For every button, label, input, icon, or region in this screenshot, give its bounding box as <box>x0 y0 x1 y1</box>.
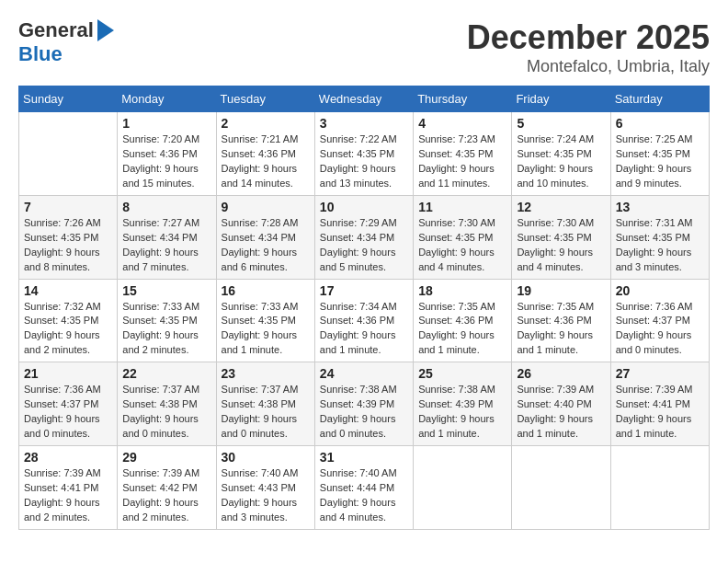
calendar-cell: 28Sunrise: 7:39 AM Sunset: 4:41 PM Dayli… <box>19 446 118 530</box>
calendar-cell: 4Sunrise: 7:23 AM Sunset: 4:35 PM Daylig… <box>414 112 512 196</box>
calendar-cell: 25Sunrise: 7:38 AM Sunset: 4:39 PM Dayli… <box>414 362 512 446</box>
day-number: 2 <box>222 116 310 131</box>
day-number: 17 <box>320 283 408 298</box>
calendar-week-row: 28Sunrise: 7:39 AM Sunset: 4:41 PM Dayli… <box>19 446 710 530</box>
day-number: 21 <box>24 366 112 381</box>
day-info: Sunrise: 7:31 AM Sunset: 4:35 PM Dayligh… <box>616 216 704 275</box>
day-info: Sunrise: 7:27 AM Sunset: 4:34 PM Dayligh… <box>122 216 210 275</box>
day-number: 8 <box>122 200 210 214</box>
day-info: Sunrise: 7:26 AM Sunset: 4:35 PM Dayligh… <box>24 216 112 275</box>
day-header-monday: Monday <box>118 86 216 112</box>
day-info: Sunrise: 7:20 AM Sunset: 4:36 PM Dayligh… <box>122 132 210 191</box>
calendar-cell: 20Sunrise: 7:36 AM Sunset: 4:37 PM Dayli… <box>610 279 709 362</box>
day-info: Sunrise: 7:37 AM Sunset: 4:38 PM Dayligh… <box>222 383 310 442</box>
calendar-cell: 26Sunrise: 7:39 AM Sunset: 4:40 PM Dayli… <box>512 362 610 446</box>
day-info: Sunrise: 7:39 AM Sunset: 4:41 PM Dayligh… <box>24 466 112 525</box>
day-info: Sunrise: 7:35 AM Sunset: 4:36 PM Dayligh… <box>418 300 506 359</box>
day-info: Sunrise: 7:36 AM Sunset: 4:37 PM Dayligh… <box>24 383 112 442</box>
day-number: 12 <box>517 200 605 214</box>
calendar-cell: 19Sunrise: 7:35 AM Sunset: 4:36 PM Dayli… <box>512 279 610 362</box>
day-info: Sunrise: 7:38 AM Sunset: 4:39 PM Dayligh… <box>418 383 506 442</box>
day-number: 13 <box>616 200 704 214</box>
day-number: 7 <box>24 200 112 214</box>
calendar-cell: 16Sunrise: 7:33 AM Sunset: 4:35 PM Dayli… <box>216 279 314 362</box>
day-info: Sunrise: 7:33 AM Sunset: 4:35 PM Dayligh… <box>222 300 310 359</box>
day-info: Sunrise: 7:29 AM Sunset: 4:34 PM Dayligh… <box>320 216 408 275</box>
day-number: 19 <box>517 283 605 298</box>
day-number: 23 <box>222 366 310 381</box>
day-info: Sunrise: 7:34 AM Sunset: 4:36 PM Dayligh… <box>320 300 408 359</box>
calendar-cell: 21Sunrise: 7:36 AM Sunset: 4:37 PM Dayli… <box>19 362 118 446</box>
day-header-tuesday: Tuesday <box>216 86 314 112</box>
day-header-wednesday: Wednesday <box>314 86 413 112</box>
calendar-cell: 9Sunrise: 7:28 AM Sunset: 4:34 PM Daylig… <box>216 195 314 279</box>
calendar-table: SundayMondayTuesdayWednesdayThursdayFrid… <box>18 86 710 530</box>
logo: General Blue <box>18 18 114 66</box>
day-number: 27 <box>616 366 704 381</box>
day-number: 5 <box>517 116 605 131</box>
calendar-cell <box>610 446 709 530</box>
day-info: Sunrise: 7:37 AM Sunset: 4:38 PM Dayligh… <box>122 383 210 442</box>
calendar-cell: 27Sunrise: 7:39 AM Sunset: 4:41 PM Dayli… <box>610 362 709 446</box>
calendar-cell: 24Sunrise: 7:38 AM Sunset: 4:39 PM Dayli… <box>314 362 413 446</box>
title-area: December 2025 Montefalco, Umbria, Italy <box>467 18 710 76</box>
day-info: Sunrise: 7:25 AM Sunset: 4:35 PM Dayligh… <box>616 132 704 191</box>
day-number: 14 <box>24 283 112 298</box>
day-number: 11 <box>418 200 506 214</box>
day-info: Sunrise: 7:33 AM Sunset: 4:35 PM Dayligh… <box>122 300 210 359</box>
calendar-cell: 15Sunrise: 7:33 AM Sunset: 4:35 PM Dayli… <box>118 279 216 362</box>
day-info: Sunrise: 7:35 AM Sunset: 4:36 PM Dayligh… <box>517 300 605 359</box>
day-info: Sunrise: 7:39 AM Sunset: 4:42 PM Dayligh… <box>122 466 210 525</box>
day-info: Sunrise: 7:39 AM Sunset: 4:41 PM Dayligh… <box>616 383 704 442</box>
day-number: 28 <box>24 450 112 465</box>
day-number: 30 <box>222 450 310 465</box>
day-info: Sunrise: 7:24 AM Sunset: 4:35 PM Dayligh… <box>517 132 605 191</box>
day-number: 20 <box>616 283 704 298</box>
day-number: 15 <box>122 283 210 298</box>
day-header-thursday: Thursday <box>414 86 512 112</box>
calendar-cell: 5Sunrise: 7:24 AM Sunset: 4:35 PM Daylig… <box>512 112 610 196</box>
day-header-sunday: Sunday <box>19 86 118 112</box>
day-info: Sunrise: 7:21 AM Sunset: 4:36 PM Dayligh… <box>222 132 310 191</box>
calendar-cell: 1Sunrise: 7:20 AM Sunset: 4:36 PM Daylig… <box>118 112 216 196</box>
calendar-cell: 23Sunrise: 7:37 AM Sunset: 4:38 PM Dayli… <box>216 362 314 446</box>
day-info: Sunrise: 7:23 AM Sunset: 4:35 PM Dayligh… <box>418 132 506 191</box>
day-number: 10 <box>320 200 408 214</box>
day-number: 24 <box>320 366 408 381</box>
day-info: Sunrise: 7:32 AM Sunset: 4:35 PM Dayligh… <box>24 300 112 359</box>
day-number: 29 <box>122 450 210 465</box>
day-info: Sunrise: 7:36 AM Sunset: 4:37 PM Dayligh… <box>616 300 704 359</box>
calendar-cell: 18Sunrise: 7:35 AM Sunset: 4:36 PM Dayli… <box>414 279 512 362</box>
day-info: Sunrise: 7:30 AM Sunset: 4:35 PM Dayligh… <box>418 216 506 275</box>
day-number: 4 <box>418 116 506 131</box>
calendar-cell: 6Sunrise: 7:25 AM Sunset: 4:35 PM Daylig… <box>610 112 709 196</box>
calendar-cell: 30Sunrise: 7:40 AM Sunset: 4:43 PM Dayli… <box>216 446 314 530</box>
day-number: 26 <box>517 366 605 381</box>
calendar-header-row: SundayMondayTuesdayWednesdayThursdayFrid… <box>19 86 710 112</box>
day-number: 16 <box>222 283 310 298</box>
calendar-cell: 10Sunrise: 7:29 AM Sunset: 4:34 PM Dayli… <box>314 195 413 279</box>
day-info: Sunrise: 7:39 AM Sunset: 4:40 PM Dayligh… <box>517 383 605 442</box>
logo-arrow-icon <box>97 19 114 41</box>
calendar-cell: 7Sunrise: 7:26 AM Sunset: 4:35 PM Daylig… <box>19 195 118 279</box>
calendar-cell: 8Sunrise: 7:27 AM Sunset: 4:34 PM Daylig… <box>118 195 216 279</box>
calendar-cell: 31Sunrise: 7:40 AM Sunset: 4:44 PM Dayli… <box>314 446 413 530</box>
calendar-cell: 13Sunrise: 7:31 AM Sunset: 4:35 PM Dayli… <box>610 195 709 279</box>
day-number: 18 <box>418 283 506 298</box>
day-info: Sunrise: 7:40 AM Sunset: 4:44 PM Dayligh… <box>320 466 408 525</box>
day-number: 22 <box>122 366 210 381</box>
calendar-cell: 14Sunrise: 7:32 AM Sunset: 4:35 PM Dayli… <box>19 279 118 362</box>
calendar-cell: 2Sunrise: 7:21 AM Sunset: 4:36 PM Daylig… <box>216 112 314 196</box>
calendar-cell <box>414 446 512 530</box>
calendar-cell: 12Sunrise: 7:30 AM Sunset: 4:35 PM Dayli… <box>512 195 610 279</box>
day-info: Sunrise: 7:40 AM Sunset: 4:43 PM Dayligh… <box>222 466 310 525</box>
day-number: 3 <box>320 116 408 131</box>
day-number: 31 <box>320 450 408 465</box>
day-number: 25 <box>418 366 506 381</box>
day-info: Sunrise: 7:22 AM Sunset: 4:35 PM Dayligh… <box>320 132 408 191</box>
calendar-cell: 22Sunrise: 7:37 AM Sunset: 4:38 PM Dayli… <box>118 362 216 446</box>
day-info: Sunrise: 7:38 AM Sunset: 4:39 PM Dayligh… <box>320 383 408 442</box>
logo-blue-text: Blue <box>18 42 63 66</box>
calendar-cell: 17Sunrise: 7:34 AM Sunset: 4:36 PM Dayli… <box>314 279 413 362</box>
calendar-week-row: 14Sunrise: 7:32 AM Sunset: 4:35 PM Dayli… <box>19 279 710 362</box>
